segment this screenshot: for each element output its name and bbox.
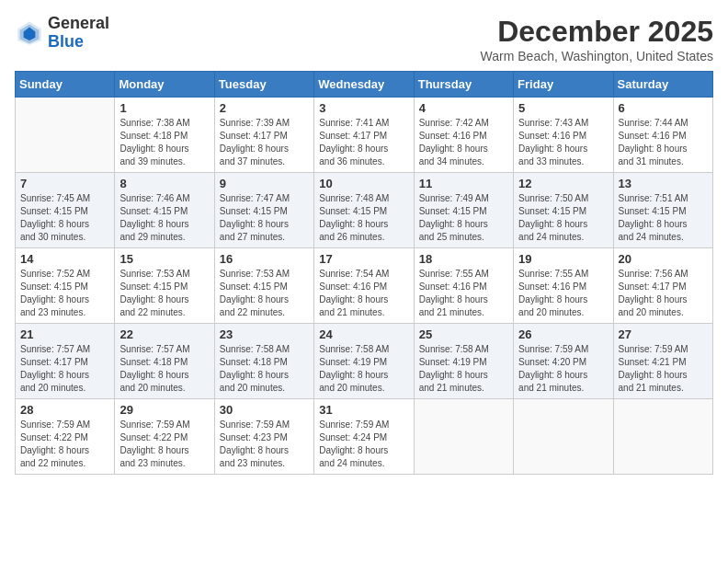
cell-content: Sunrise: 7:58 AM Sunset: 4:18 PM Dayligh… [220, 343, 309, 395]
day-number: 2 [220, 101, 309, 115]
column-header-monday: Monday [115, 72, 214, 98]
column-header-thursday: Thursday [414, 72, 513, 98]
calendar-cell: 7Sunrise: 7:45 AM Sunset: 4:15 PM Daylig… [16, 173, 115, 248]
calendar-week-row: 1Sunrise: 7:38 AM Sunset: 4:18 PM Daylig… [16, 98, 713, 173]
location: Warm Beach, Washington, United States [481, 49, 713, 63]
calendar-cell: 3Sunrise: 7:41 AM Sunset: 4:17 PM Daylig… [314, 98, 414, 173]
calendar-cell [514, 399, 613, 475]
calendar-week-row: 28Sunrise: 7:59 AM Sunset: 4:22 PM Dayli… [16, 399, 713, 475]
day-number: 3 [319, 101, 408, 115]
day-number: 10 [319, 177, 408, 190]
calendar-cell: 4Sunrise: 7:42 AM Sunset: 4:16 PM Daylig… [414, 98, 513, 173]
calendar-header-row: SundayMondayTuesdayWednesdayThursdayFrid… [16, 72, 713, 98]
calendar-cell: 10Sunrise: 7:48 AM Sunset: 4:15 PM Dayli… [314, 173, 414, 248]
cell-content: Sunrise: 7:41 AM Sunset: 4:17 PM Dayligh… [319, 117, 408, 168]
calendar-cell: 22Sunrise: 7:57 AM Sunset: 4:18 PM Dayli… [115, 324, 214, 399]
day-number: 19 [518, 252, 608, 266]
cell-content: Sunrise: 7:56 AM Sunset: 4:17 PM Dayligh… [619, 268, 708, 319]
day-number: 27 [619, 327, 708, 341]
day-number: 16 [220, 252, 309, 266]
day-number: 9 [220, 177, 309, 190]
column-header-friday: Friday [514, 72, 613, 98]
day-number: 31 [319, 403, 408, 417]
calendar-cell: 19Sunrise: 7:55 AM Sunset: 4:16 PM Dayli… [514, 248, 613, 324]
cell-content: Sunrise: 7:58 AM Sunset: 4:19 PM Dayligh… [419, 343, 508, 395]
cell-content: Sunrise: 7:52 AM Sunset: 4:15 PM Dayligh… [20, 268, 109, 319]
day-number: 20 [619, 252, 708, 266]
day-number: 24 [319, 327, 408, 341]
calendar-cell: 12Sunrise: 7:50 AM Sunset: 4:15 PM Dayli… [514, 173, 613, 248]
calendar-cell: 5Sunrise: 7:43 AM Sunset: 4:16 PM Daylig… [514, 98, 613, 173]
calendar-cell [613, 399, 712, 475]
calendar-cell: 30Sunrise: 7:59 AM Sunset: 4:23 PM Dayli… [214, 399, 313, 475]
calendar-cell: 27Sunrise: 7:59 AM Sunset: 4:21 PM Dayli… [613, 324, 712, 399]
day-number: 25 [419, 327, 508, 341]
day-number: 7 [20, 177, 109, 190]
cell-content: Sunrise: 7:51 AM Sunset: 4:15 PM Dayligh… [619, 192, 708, 244]
page-header: General Blue December 2025 Warm Beach, W… [15, 15, 713, 63]
day-number: 8 [119, 177, 209, 190]
cell-content: Sunrise: 7:54 AM Sunset: 4:16 PM Dayligh… [319, 268, 408, 319]
title-block: December 2025 Warm Beach, Washington, Un… [481, 15, 713, 63]
month-title: December 2025 [481, 15, 713, 49]
cell-content: Sunrise: 7:47 AM Sunset: 4:15 PM Dayligh… [220, 192, 309, 244]
cell-content: Sunrise: 7:53 AM Sunset: 4:15 PM Dayligh… [119, 268, 209, 319]
calendar-cell: 31Sunrise: 7:59 AM Sunset: 4:24 PM Dayli… [314, 399, 414, 475]
day-number: 13 [619, 177, 708, 190]
calendar-cell: 15Sunrise: 7:53 AM Sunset: 4:15 PM Dayli… [115, 248, 214, 324]
cell-content: Sunrise: 7:59 AM Sunset: 4:20 PM Dayligh… [518, 343, 608, 395]
column-header-saturday: Saturday [613, 72, 712, 98]
calendar-cell: 24Sunrise: 7:58 AM Sunset: 4:19 PM Dayli… [314, 324, 414, 399]
calendar-cell [16, 98, 115, 173]
column-header-tuesday: Tuesday [214, 72, 313, 98]
cell-content: Sunrise: 7:55 AM Sunset: 4:16 PM Dayligh… [419, 268, 508, 319]
column-header-sunday: Sunday [16, 72, 115, 98]
day-number: 11 [419, 177, 508, 190]
cell-content: Sunrise: 7:39 AM Sunset: 4:17 PM Dayligh… [220, 117, 309, 168]
calendar-cell [414, 399, 513, 475]
day-number: 17 [319, 252, 408, 266]
calendar-cell: 8Sunrise: 7:46 AM Sunset: 4:15 PM Daylig… [115, 173, 214, 248]
day-number: 23 [220, 327, 309, 341]
cell-content: Sunrise: 7:59 AM Sunset: 4:23 PM Dayligh… [220, 419, 309, 470]
day-number: 26 [518, 327, 608, 341]
cell-content: Sunrise: 7:46 AM Sunset: 4:15 PM Dayligh… [119, 192, 209, 244]
calendar-cell: 1Sunrise: 7:38 AM Sunset: 4:18 PM Daylig… [115, 98, 214, 173]
day-number: 22 [119, 327, 209, 341]
calendar-cell: 25Sunrise: 7:58 AM Sunset: 4:19 PM Dayli… [414, 324, 513, 399]
day-number: 12 [518, 177, 608, 190]
column-header-wednesday: Wednesday [314, 72, 414, 98]
cell-content: Sunrise: 7:59 AM Sunset: 4:24 PM Dayligh… [319, 419, 408, 470]
cell-content: Sunrise: 7:45 AM Sunset: 4:15 PM Dayligh… [20, 192, 109, 244]
day-number: 4 [419, 101, 508, 115]
calendar-cell: 14Sunrise: 7:52 AM Sunset: 4:15 PM Dayli… [16, 248, 115, 324]
cell-content: Sunrise: 7:43 AM Sunset: 4:16 PM Dayligh… [518, 117, 608, 168]
cell-content: Sunrise: 7:59 AM Sunset: 4:21 PM Dayligh… [619, 343, 708, 395]
logo: General Blue [15, 15, 109, 52]
day-number: 14 [20, 252, 109, 266]
calendar-cell: 6Sunrise: 7:44 AM Sunset: 4:16 PM Daylig… [613, 98, 712, 173]
cell-content: Sunrise: 7:55 AM Sunset: 4:16 PM Dayligh… [518, 268, 608, 319]
day-number: 30 [220, 403, 309, 417]
cell-content: Sunrise: 7:59 AM Sunset: 4:22 PM Dayligh… [20, 419, 109, 470]
calendar-cell: 23Sunrise: 7:58 AM Sunset: 4:18 PM Dayli… [214, 324, 313, 399]
cell-content: Sunrise: 7:58 AM Sunset: 4:19 PM Dayligh… [319, 343, 408, 395]
cell-content: Sunrise: 7:53 AM Sunset: 4:15 PM Dayligh… [220, 268, 309, 319]
cell-content: Sunrise: 7:48 AM Sunset: 4:15 PM Dayligh… [319, 192, 408, 244]
calendar-cell: 28Sunrise: 7:59 AM Sunset: 4:22 PM Dayli… [16, 399, 115, 475]
cell-content: Sunrise: 7:38 AM Sunset: 4:18 PM Dayligh… [119, 117, 209, 168]
calendar-cell: 17Sunrise: 7:54 AM Sunset: 4:16 PM Dayli… [314, 248, 414, 324]
calendar-cell: 18Sunrise: 7:55 AM Sunset: 4:16 PM Dayli… [414, 248, 513, 324]
day-number: 18 [419, 252, 508, 266]
cell-content: Sunrise: 7:57 AM Sunset: 4:17 PM Dayligh… [20, 343, 109, 395]
calendar-cell: 11Sunrise: 7:49 AM Sunset: 4:15 PM Dayli… [414, 173, 513, 248]
calendar-cell: 20Sunrise: 7:56 AM Sunset: 4:17 PM Dayli… [613, 248, 712, 324]
calendar-cell: 29Sunrise: 7:59 AM Sunset: 4:22 PM Dayli… [115, 399, 214, 475]
cell-content: Sunrise: 7:42 AM Sunset: 4:16 PM Dayligh… [419, 117, 508, 168]
calendar-cell: 2Sunrise: 7:39 AM Sunset: 4:17 PM Daylig… [214, 98, 313, 173]
calendar-table: SundayMondayTuesdayWednesdayThursdayFrid… [15, 71, 713, 475]
calendar-cell: 9Sunrise: 7:47 AM Sunset: 4:15 PM Daylig… [214, 173, 313, 248]
calendar-cell: 16Sunrise: 7:53 AM Sunset: 4:15 PM Dayli… [214, 248, 313, 324]
calendar-cell: 21Sunrise: 7:57 AM Sunset: 4:17 PM Dayli… [16, 324, 115, 399]
calendar-cell: 13Sunrise: 7:51 AM Sunset: 4:15 PM Dayli… [613, 173, 712, 248]
